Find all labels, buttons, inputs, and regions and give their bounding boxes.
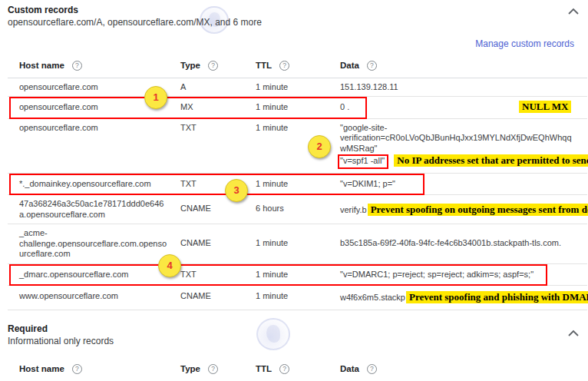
data-cell: "v=DKIM1; p="	[340, 179, 587, 190]
table-row: 47a368246a3c50ac1e78171ddd0e646 a.openso…	[8, 195, 587, 224]
help-icon[interactable]: ?	[72, 61, 82, 71]
section-subtitle: Informational only records	[8, 335, 588, 347]
ttl-cell: 1 minute	[256, 291, 340, 302]
data-value: verify.b	[340, 205, 367, 214]
annotation-marker-1: 1	[144, 86, 167, 109]
ttl-cell: 1 minute	[256, 179, 340, 190]
custom-records-section: Custom records opensourceflare.com/A, op…	[8, 5, 588, 310]
help-icon[interactable]: ?	[367, 364, 377, 374]
table-header-row: Host name? Type? TTL? Data?	[8, 55, 587, 78]
ttl-cell: 1 minute	[256, 270, 340, 280]
help-icon[interactable]: ?	[72, 364, 82, 374]
help-icon[interactable]: ?	[279, 61, 289, 71]
type-cell: CNAME	[180, 228, 256, 249]
ttl-cell: 1 minute	[256, 102, 340, 113]
table-row: _dmarc.opensourceflare.com TXT 1 minute …	[8, 264, 587, 287]
ttl-cell: 1 minute	[256, 123, 340, 134]
column-header-ttl: TTL	[256, 61, 272, 71]
column-header-hostname: Host name	[19, 61, 64, 71]
type-cell: A	[180, 82, 256, 93]
column-header-data: Data	[340, 61, 359, 71]
table-row: www.opensourceflare.com CNAME 1 minute w…	[8, 286, 587, 310]
section-title: Custom records	[8, 5, 588, 16]
annotation-spf-callout: No IP addresses set that are permitted t…	[394, 154, 588, 167]
custom-records-table: Host name? Type? TTL? Data? opensourcefl…	[8, 55, 587, 310]
data-cell: "v=DMARC1; p=reject; sp=reject; adkim=s;…	[340, 270, 587, 280]
data-cell: verify.bPrevent spoofing on outgoing mes…	[340, 199, 588, 216]
annotation-dkim-callout: Prevent spoofing on outgoing messages se…	[368, 204, 588, 216]
help-icon[interactable]: ?	[367, 61, 377, 71]
help-icon[interactable]: ?	[208, 61, 218, 71]
type-cell: CNAME	[180, 291, 256, 302]
manage-custom-records-link[interactable]: Manage custom records	[475, 38, 574, 49]
column-header-hostname: Host name	[19, 364, 64, 375]
section-subtitle: opensourceflare.com/A, opensourceflare.c…	[8, 16, 588, 28]
chevron-up-icon[interactable]	[568, 8, 579, 15]
dns-records-page: Custom records opensourceflare.com/A, op…	[0, 0, 588, 381]
host-cell: 47a368246a3c50ac1e78171ddd0e646 a.openso…	[19, 199, 180, 220]
column-header-type: Type	[180, 61, 200, 71]
required-records-table: Host name? Type? TTL? Data? opensourcefl…	[8, 358, 587, 381]
host-cell: www.opensourceflare.com	[19, 291, 180, 302]
host-cell: opensourceflare.com	[19, 123, 180, 134]
data-cell: 151.139.128.11	[340, 82, 587, 93]
column-header-ttl: TTL	[256, 364, 272, 375]
type-cell: MX	[180, 102, 256, 113]
annotation-null-mx: NULL MX	[519, 101, 571, 113]
column-header-type: Type	[180, 364, 200, 375]
annotation-marker-2: 2	[308, 135, 331, 158]
required-records-section: Required Informational only records Host…	[8, 323, 588, 381]
type-cell: TXT	[180, 270, 256, 280]
ttl-cell: 1 minute	[256, 82, 340, 93]
annotation-red-box-spf: "v=spf1 -all"	[338, 154, 388, 169]
type-cell: TXT	[180, 123, 256, 134]
host-cell: *._domainkey.opensourceflare.com	[19, 179, 180, 190]
help-icon[interactable]: ?	[279, 364, 289, 374]
table-header-row: Host name? Type? TTL? Data?	[8, 358, 587, 381]
data-cell: b35c185a-69f2-40fa-94fc-fe4c6b34001b.sta…	[340, 228, 587, 249]
help-icon[interactable]: ?	[208, 364, 218, 374]
section-title: Required	[8, 323, 588, 335]
txt-value-site-verification: "google-site- verification=cR0oLVoQbJBun…	[340, 123, 588, 154]
ttl-cell: 1 minute	[256, 228, 340, 249]
ttl-cell: 6 hours	[256, 199, 340, 214]
data-cell: "google-site- verification=cR0oLVoQbJBun…	[340, 123, 588, 169]
data-value: w4f6x6m5.stackp	[340, 293, 405, 302]
type-cell: CNAME	[180, 199, 256, 214]
chevron-up-icon[interactable]	[568, 330, 579, 336]
table-row: opensourceflare.com MX 1 minute 0 . 1 NU…	[8, 97, 587, 119]
annotation-marker-4: 4	[158, 254, 181, 277]
annotation-dmarc-callout: Prevent spoofing and phishing with DMARC	[406, 291, 588, 303]
data-cell: w4f6x6m5.stackpPrevent spoofing and phis…	[340, 291, 588, 303]
column-header-data: Data	[340, 364, 359, 375]
table-row: opensourceflare.com A 1 minute 151.139.1…	[8, 78, 587, 98]
table-row: opensourceflare.com TXT 1 minute "google…	[8, 119, 587, 174]
table-row: *._domainkey.opensourceflare.com TXT 1 m…	[8, 174, 587, 196]
table-row: _acme- challenge.opensourceflare.com.ope…	[8, 224, 587, 264]
host-cell: _dmarc.opensourceflare.com	[19, 270, 180, 280]
host-cell: _acme- challenge.opensourceflare.com.ope…	[19, 228, 180, 260]
